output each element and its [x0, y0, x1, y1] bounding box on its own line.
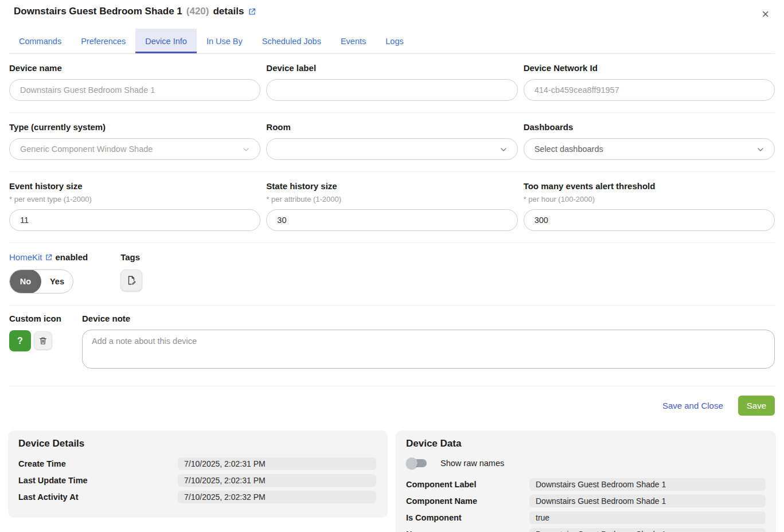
device-data-title: Device Data — [406, 438, 766, 449]
device-details-panel: Device Details Create Time 7/10/2025, 2:… — [8, 431, 388, 518]
save-button[interactable]: Save — [738, 396, 775, 416]
homekit-enabled-toggle[interactable]: No Yes — [9, 269, 73, 294]
table-row: Last Activity At 7/10/2025, 2:02:32 PM — [18, 491, 377, 503]
chevron-down-icon — [756, 145, 765, 154]
device-network-id-label: Device Network Id — [524, 63, 775, 73]
table-row: Component Name Downstairs Guest Bedroom … — [406, 495, 766, 507]
device-note-group: Device note — [82, 314, 775, 371]
custom-icon-group: Custom icon ? — [9, 314, 66, 371]
save-and-close-button[interactable]: Save and Close — [662, 401, 723, 410]
dashboards-select[interactable]: Select dashboards — [524, 138, 775, 160]
create-time-value: 7/10/2025, 2:02:31 PM — [178, 457, 376, 470]
dashboards-label: Dashboards — [524, 122, 775, 132]
homekit-toggle-yes[interactable]: Yes — [41, 277, 73, 286]
homekit-label: HomeKit enabled — [9, 252, 88, 262]
tags-label: Tags — [120, 252, 142, 262]
type-label: Type (currently system) — [9, 122, 260, 132]
show-raw-names-row: Show raw names — [406, 457, 766, 469]
events-threshold-input[interactable] — [524, 209, 775, 231]
room-label: Room — [266, 122, 517, 132]
custom-icon-label: Custom icon — [9, 314, 66, 323]
device-name-input[interactable] — [9, 79, 260, 101]
dashboards-group: Dashboards Select dashboards — [524, 122, 775, 160]
form-row-history-sizes: Event history size * per event type (1-2… — [9, 172, 775, 243]
room-select[interactable] — [266, 138, 517, 160]
device-title: Downstairs Guest Bedroom Shade 1 — [14, 6, 182, 17]
state-history-group: State history size * per attribute (1-20… — [266, 181, 517, 231]
device-label-label: Device label — [266, 63, 517, 73]
room-group: Room — [266, 122, 517, 160]
last-activity-at-label: Last Activity At — [18, 492, 178, 502]
edit-document-icon — [126, 275, 136, 285]
events-threshold-group: Too many events alert threshold * per ho… — [524, 181, 775, 231]
events-threshold-label: Too many events alert threshold — [524, 181, 775, 191]
show-raw-names-toggle[interactable] — [407, 457, 428, 469]
type-select-value: Generic Component Window Shade — [20, 144, 153, 154]
open-in-new-tab-icon — [45, 253, 53, 261]
bottom-panels: Device Details Create Time 7/10/2025, 2:… — [0, 431, 784, 532]
last-update-time-label: Last Update Time — [18, 476, 178, 485]
dialog-header: Downstairs Guest Bedroom Shade 1 (420) d… — [0, 0, 784, 23]
device-network-id-input[interactable] — [524, 79, 775, 101]
type-select[interactable]: Generic Component Window Shade — [9, 138, 260, 160]
event-history-hint: * per event type (1-2000) — [9, 195, 260, 204]
form-row-icon-note: Custom icon ? Device note — [9, 306, 775, 386]
open-in-new-tab-icon[interactable] — [248, 7, 256, 16]
delete-icon-button[interactable] — [34, 331, 52, 350]
component-label-label: Component Label — [406, 480, 529, 489]
name-label: Name — [406, 530, 529, 532]
event-history-group: Event history size * per event type (1-2… — [9, 181, 260, 231]
chevron-down-icon — [241, 145, 251, 154]
is-component-label: Is Component — [406, 513, 529, 522]
table-row: Name Downstairs Guest Bedroom Shade 1 — [406, 528, 766, 532]
device-name-label: Device name — [9, 63, 260, 73]
form-row-type-room-dashboards: Type (currently system) Generic Componen… — [9, 113, 775, 172]
homekit-toggle-no[interactable]: No — [10, 269, 41, 294]
device-label-input[interactable] — [266, 79, 517, 101]
form-row-identity: Device name Device label Device Network … — [9, 54, 775, 113]
table-row: Is Component true — [406, 511, 766, 524]
homekit-link-text: HomeKit — [9, 252, 42, 262]
tab-bar: Commands Preferences Device Info In Use … — [9, 29, 775, 54]
event-history-input[interactable] — [9, 209, 260, 231]
tab-events[interactable]: Events — [331, 29, 376, 53]
device-note-textarea[interactable] — [82, 330, 775, 369]
component-label-value: Downstairs Guest Bedroom Shade 1 — [529, 478, 766, 491]
table-row: Component Label Downstairs Guest Bedroom… — [406, 478, 766, 491]
name-value: Downstairs Guest Bedroom Shade 1 — [529, 528, 766, 532]
close-icon[interactable]: × — [757, 6, 774, 23]
type-group: Type (currently system) Generic Componen… — [9, 122, 260, 160]
tab-in-use-by[interactable]: In Use By — [197, 29, 252, 53]
custom-icon-button[interactable]: ? — [9, 330, 31, 351]
toggle-thumb — [406, 457, 418, 469]
tab-logs[interactable]: Logs — [376, 29, 413, 53]
device-info-form: Device name Device label Device Network … — [0, 54, 784, 386]
device-data-panel: Device Data Show raw names Component Lab… — [396, 431, 776, 532]
device-name-group: Device name — [9, 63, 260, 101]
state-history-input[interactable] — [266, 209, 517, 231]
homekit-link[interactable]: HomeKit — [9, 252, 53, 262]
last-update-time-value: 7/10/2025, 2:02:31 PM — [178, 474, 376, 487]
last-activity-at-value: 7/10/2025, 2:02:32 PM — [178, 491, 376, 503]
component-name-value: Downstairs Guest Bedroom Shade 1 — [529, 495, 766, 507]
homekit-group: HomeKit enabled No Yes — [9, 252, 88, 294]
dashboards-select-placeholder: Select dashboards — [535, 144, 603, 154]
events-threshold-hint: * per hour (100-2000) — [524, 195, 775, 204]
event-history-label: Event history size — [9, 181, 260, 191]
device-label-group: Device label — [266, 63, 517, 101]
trash-icon — [38, 336, 48, 345]
tab-device-info[interactable]: Device Info — [135, 29, 197, 53]
table-row: Last Update Time 7/10/2025, 2:02:31 PM — [18, 474, 377, 487]
tab-scheduled-jobs[interactable]: Scheduled Jobs — [252, 29, 331, 53]
edit-tags-button[interactable] — [120, 269, 142, 291]
is-component-value: true — [529, 511, 766, 524]
show-raw-names-label: Show raw names — [440, 459, 504, 468]
tab-commands[interactable]: Commands — [9, 29, 71, 53]
homekit-enabled-text: enabled — [56, 252, 88, 262]
tab-preferences[interactable]: Preferences — [71, 29, 135, 53]
form-row-homekit-tags: HomeKit enabled No Yes Tags — [9, 243, 775, 306]
device-id: (420) — [186, 6, 209, 17]
device-details-title: Device Details — [18, 438, 377, 449]
chevron-down-icon — [499, 145, 508, 154]
title-suffix: details — [213, 6, 244, 17]
